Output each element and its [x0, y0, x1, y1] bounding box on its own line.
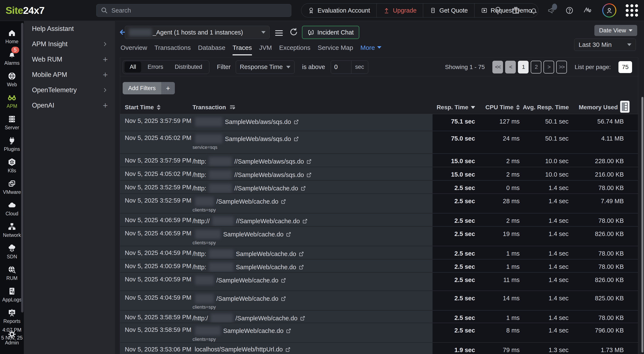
- bell-icon[interactable]: [530, 6, 538, 15]
- segment-all[interactable]: All: [124, 62, 141, 72]
- incident-chat-button[interactable]: Incident Chat: [302, 26, 359, 39]
- sidebar-item-vmware[interactable]: VMware: [0, 176, 24, 198]
- trace-row[interactable]: Nov 5, 2025 3:57:59 PM SampleWeb/aws/sqs…: [120, 114, 638, 131]
- sidebar-item-home[interactable]: Home: [0, 26, 24, 47]
- trace-transaction-link[interactable]: /SampleWeb/cache.do: [216, 198, 278, 205]
- segment-distributed[interactable]: Distributed: [170, 62, 208, 72]
- refresh-icon[interactable]: [289, 27, 298, 37]
- external-link-icon[interactable]: [300, 185, 306, 191]
- pagination-last-button[interactable]: >>: [556, 61, 567, 74]
- sidebar-item-server[interactable]: Server: [0, 112, 24, 133]
- column-start-time[interactable]: Start Time: [125, 104, 192, 111]
- trace-transaction-link[interactable]: SampleWeb/cache.do: [223, 328, 284, 334]
- pagination-prev-button[interactable]: <: [505, 61, 516, 74]
- sort-icon[interactable]: [157, 104, 160, 110]
- trace-row[interactable]: Nov 5, 2025 3:52:59 PM /http: //SampleWe…: [120, 180, 638, 194]
- sort-icon[interactable]: [516, 104, 520, 110]
- avatar[interactable]: [602, 4, 616, 18]
- sidebar-item-reports[interactable]: Reports: [0, 306, 24, 327]
- submenu-item-openai[interactable]: OpenAI +: [24, 98, 115, 113]
- trace-row[interactable]: Nov 5, 2025 3:58:59 PM SampleWeb/cache.d…: [120, 323, 638, 343]
- external-link-icon[interactable]: [298, 251, 304, 257]
- help-icon[interactable]: [565, 6, 574, 15]
- trace-transaction-link[interactable]: localhost/SampleWeb/httpUrl.do: [195, 346, 283, 353]
- date-view-button[interactable]: Date View: [594, 25, 637, 36]
- trace-row[interactable]: Nov 5, 2025 3:57:59 PM /http: //SampleWe…: [120, 154, 638, 167]
- external-link-icon[interactable]: [280, 198, 286, 204]
- trace-row[interactable]: Nov 5, 2025 4:06:59 PM SampleWeb/cache.d…: [120, 227, 638, 246]
- get-quote-button[interactable]: Get Quote: [423, 4, 474, 17]
- trace-row[interactable]: Nov 5, 2025 4:00:59 PM /http: SampleWeb/…: [120, 260, 638, 273]
- text-wrap-icon[interactable]: [229, 104, 236, 111]
- trace-row[interactable]: Nov 5, 2025 4:05:02 PM /http: //SampleWe…: [120, 167, 638, 180]
- external-link-icon[interactable]: [286, 328, 292, 334]
- trace-transaction-link[interactable]: //SampleWeb/aws/sqs.do: [234, 172, 304, 178]
- tab-transactions[interactable]: Transactions: [154, 44, 191, 56]
- bulb-icon[interactable]: [494, 6, 502, 15]
- pagination-first-button[interactable]: <<: [492, 61, 503, 74]
- sidebar-item-applogs[interactable]: AppLogs: [0, 284, 24, 306]
- trace-row[interactable]: Nov 5, 2025 4:05:02 PM SampleWeb/aws/sqs…: [120, 131, 638, 154]
- trace-row[interactable]: Nov 5, 2025 3:58:59 PM /http:/ /SampleWe…: [120, 310, 638, 323]
- trace-row[interactable]: Nov 5, 2025 4:06:59 PM /http:// //Sample…: [120, 214, 638, 227]
- page-scrollbar[interactable]: [642, 97, 643, 352]
- sidebar-item-rum[interactable]: RUM: [0, 262, 24, 284]
- external-link-icon[interactable]: [293, 136, 299, 142]
- apps-grid-icon[interactable]: [626, 4, 638, 16]
- pagination-next-button[interactable]: >: [544, 61, 554, 74]
- sidebar-item-sdn[interactable]: SDN: [0, 241, 24, 262]
- trace-transaction-link[interactable]: SampleWeb/cache.do: [223, 231, 284, 238]
- column-avg-resp-time[interactable]: Avg. Resp. Time: [520, 104, 569, 111]
- trace-transaction-link[interactable]: //SampleWeb/cache.do: [234, 185, 298, 192]
- trace-row[interactable]: Nov 5, 2025 3:53:06 PM localhost/SampleW…: [120, 343, 638, 354]
- column-settings-icon[interactable]: [620, 100, 630, 113]
- trace-transaction-link[interactable]: /SampleWeb/cache.do: [216, 295, 278, 302]
- tab-exceptions[interactable]: Exceptions: [279, 44, 310, 56]
- submenu-item-help-assistant[interactable]: Help Assistant: [24, 21, 115, 36]
- sidebar-item-plugins[interactable]: Plugins: [0, 133, 24, 155]
- trace-row[interactable]: Nov 5, 2025 4:00:59 PM /SampleWeb/cache.…: [120, 273, 638, 291]
- tab-more[interactable]: More: [360, 44, 381, 56]
- segment-errors[interactable]: Errors: [142, 62, 168, 72]
- external-link-icon[interactable]: [293, 119, 299, 125]
- submenu-item-opentelemetry[interactable]: OpenTelemetry: [24, 82, 115, 98]
- trace-transaction-link[interactable]: SampleWeb/cache.do: [236, 264, 296, 271]
- megaphone-icon[interactable]: [547, 6, 556, 15]
- tab-database[interactable]: Database: [198, 44, 225, 56]
- pagination-page-2[interactable]: 2: [531, 61, 541, 74]
- monitor-selector-dropdown[interactable]: _Agent (1 hosts and 1 instances): [125, 26, 270, 39]
- trace-transaction-link[interactable]: SampleWeb/aws/sqs.do: [225, 118, 291, 126]
- external-link-icon[interactable]: [286, 231, 292, 237]
- external-link-icon[interactable]: [306, 172, 312, 178]
- submenu-item-apm-insight[interactable]: APM Insight: [24, 36, 115, 52]
- sidebar-item-cloud[interactable]: Cloud: [0, 198, 24, 220]
- trace-transaction-link[interactable]: SampleWeb/cache.do: [236, 250, 296, 258]
- column-resp-time[interactable]: Resp. Time: [432, 104, 475, 111]
- submenu-item-web-rum[interactable]: Web RUM +: [24, 52, 115, 67]
- tab-overview[interactable]: Overview: [120, 44, 147, 56]
- sidebar-scrollbar[interactable]: [21, 23, 24, 312]
- trace-transaction-link[interactable]: //SampleWeb/aws/sqs.do: [234, 158, 304, 165]
- column-memory-used[interactable]: Memory Used: [569, 104, 624, 111]
- column-transaction[interactable]: Transaction: [192, 104, 236, 111]
- tab-traces[interactable]: Traces: [232, 44, 252, 56]
- external-link-icon[interactable]: [306, 158, 312, 164]
- submenu-item-mobile-apm[interactable]: Mobile APM +: [24, 67, 115, 82]
- add-filters-button[interactable]: Add Filters +: [123, 82, 175, 94]
- threshold-input[interactable]: 0: [331, 61, 352, 74]
- filter-field-dropdown[interactable]: Response Time: [236, 60, 294, 74]
- trace-transaction-link[interactable]: /SampleWeb/cache.do: [216, 277, 278, 284]
- sidebar-item-alarms[interactable]: 5 Alarms: [0, 47, 24, 69]
- upgrade-button[interactable]: Upgrade: [377, 4, 423, 17]
- external-link-icon[interactable]: [280, 277, 286, 283]
- trace-transaction-link[interactable]: //SampleWeb/cache.do: [236, 218, 300, 225]
- trace-row[interactable]: Nov 5, 2025 3:52:59 PM /SampleWeb/cache.…: [120, 194, 638, 214]
- external-link-icon[interactable]: [285, 346, 291, 352]
- external-link-icon[interactable]: [298, 264, 304, 270]
- tab-jvm[interactable]: JVM: [259, 44, 272, 56]
- pagination-page-1[interactable]: 1: [518, 61, 528, 74]
- tab-service-map[interactable]: Service Map: [318, 44, 353, 56]
- zia-icon[interactable]: [583, 6, 593, 15]
- sidebar-item-network[interactable]: Network: [0, 220, 24, 241]
- external-link-icon[interactable]: [302, 218, 308, 224]
